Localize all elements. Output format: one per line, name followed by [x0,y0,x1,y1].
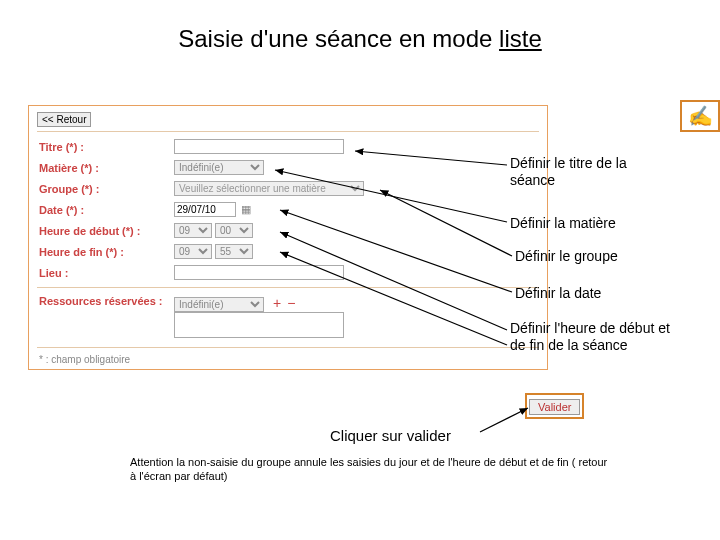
annotation-heures: Définir l'heure de début et de fin de la… [510,320,670,354]
label-lieu: Lieu : [39,267,174,279]
warning-text: Attention la non-saisie du groupe annule… [130,455,610,484]
valider-container: Valider [525,393,584,419]
label-heure-fin: Heure de fin (*) : [39,246,174,258]
back-button[interactable]: << Retour [37,112,91,127]
page-title: Saisie d'une séance en mode liste [0,0,720,63]
add-resource-icon[interactable]: + [273,295,281,311]
label-date: Date (*) : [39,204,174,216]
title-prefix: Saisie d'une séance en mode [178,25,499,52]
input-lieu[interactable] [174,265,344,280]
title-underlined: liste [499,25,542,52]
select-heure-debut-h[interactable]: 09 [174,223,212,238]
select-heure-fin-m[interactable]: 55 [215,244,253,259]
annotation-groupe: Définir le groupe [515,248,675,265]
select-ressources[interactable]: Indéfini(e) [174,297,264,312]
row-heure-debut: Heure de début (*) : 09 00 [29,220,547,241]
session-form: << Retour Titre (*) : Matière (*) : Indé… [28,105,548,370]
annotation-matiere: Définir la matière [510,215,670,232]
row-lieu: Lieu : [29,262,547,283]
row-groupe: Groupe (*) : Veuillez sélectionner une m… [29,178,547,199]
writing-hand-icon: ✍ [680,100,720,132]
label-matiere: Matière (*) : [39,162,174,174]
row-heure-fin: Heure de fin (*) : 09 55 [29,241,547,262]
label-groupe: Groupe (*) : [39,183,174,195]
annotation-date: Définir la date [515,285,675,302]
valider-button[interactable]: Valider [529,399,580,415]
input-titre[interactable] [174,139,344,154]
row-date: Date (*) : ▦ [29,199,547,220]
annotation-titre: Définir le titre de la séance [510,155,670,189]
textarea-ressources[interactable] [174,312,344,338]
row-matiere: Matière (*) : Indéfini(e) [29,157,547,178]
calendar-icon[interactable]: ▦ [241,203,251,215]
click-valider-text: Cliquer sur valider [330,427,451,444]
select-matiere[interactable]: Indéfini(e) [174,160,264,175]
label-heure-debut: Heure de début (*) : [39,225,174,237]
input-date[interactable] [174,202,236,217]
required-note: * : champ obligatoire [29,352,547,369]
select-heure-debut-m[interactable]: 00 [215,223,253,238]
svg-line-6 [480,408,528,432]
row-titre: Titre (*) : [29,136,547,157]
label-titre: Titre (*) : [39,141,174,153]
label-ressources: Ressources réservées : [39,295,174,307]
row-ressources: Ressources réservées : Indéfini(e) + − [29,292,547,343]
select-heure-fin-h[interactable]: 09 [174,244,212,259]
select-groupe[interactable]: Veuillez sélectionner une matière [174,181,364,196]
remove-resource-icon[interactable]: − [287,295,295,311]
